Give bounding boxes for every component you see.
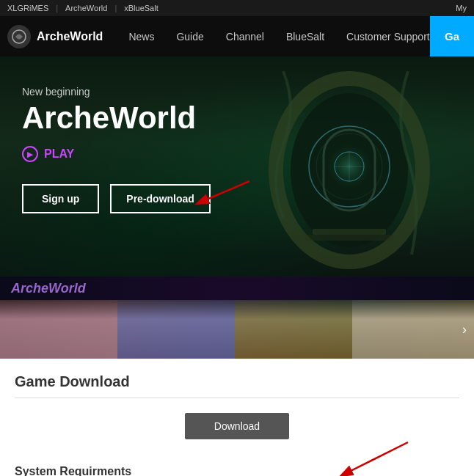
nav-link-channel[interactable]: Channel: [215, 16, 275, 56]
download-button[interactable]: Download: [185, 413, 289, 439]
play-circle-icon: ▶: [22, 146, 38, 162]
logo-icon: [7, 25, 31, 48]
banner-strip: ArcheWorld: [0, 277, 474, 300]
svg-rect-10: [313, 229, 386, 235]
hero-door-art: [269, 71, 430, 269]
character-image-3: [235, 300, 352, 359]
character-strip-inner: [0, 300, 474, 359]
download-arrow-annotation: [320, 435, 415, 476]
character-strip: ›: [0, 300, 474, 359]
topbar-sep2: |: [114, 4, 117, 12]
play-label: PLAY: [44, 147, 74, 161]
predownload-button[interactable]: Pre-download: [110, 184, 211, 213]
svg-line-15: [342, 442, 408, 475]
top-bar: XLGRiMES | ArcheWorld | xBlueSalt My: [0, 0, 474, 16]
nav-link-bluesalt[interactable]: BlueSalt: [275, 16, 335, 56]
character-image-1: [0, 300, 117, 359]
logo-text: ArcheWorld: [37, 30, 103, 43]
character-image-4: [352, 300, 474, 359]
nav-link-news[interactable]: News: [117, 16, 165, 56]
hero-subtitle: New beginning: [22, 86, 211, 98]
hero-title: ArcheWorld: [22, 101, 211, 135]
nav-game-button[interactable]: Ga: [430, 16, 474, 56]
topbar-sep1: |: [56, 4, 58, 12]
hero-play-button[interactable]: ▶ PLAY: [22, 146, 211, 162]
character-image-2: [117, 300, 235, 359]
signup-button[interactable]: Sign up: [22, 184, 99, 213]
nav-links: News Guide Channel BlueSalt Customer Sup…: [117, 16, 467, 56]
game-download-title: Game Download: [15, 373, 459, 398]
top-bar-links: XLGRiMES | ArcheWorld | xBlueSalt: [7, 4, 158, 12]
topbar-xbluesalt[interactable]: xBlueSalt: [124, 4, 158, 12]
carousel-dots[interactable]: ›: [462, 322, 467, 337]
banner-logo: ArcheWorld: [11, 281, 86, 296]
topbar-archeworld[interactable]: ArcheWorld: [65, 4, 107, 12]
main-nav: ArcheWorld News Guide Channel BlueSalt C…: [0, 16, 474, 56]
nav-logo[interactable]: ArcheWorld: [7, 25, 103, 48]
download-center: Download: [15, 413, 459, 439]
hero-content: New beginning ArcheWorld ▶ PLAY Sign up …: [22, 86, 211, 213]
topbar-xlgrimes[interactable]: XLGRiMES: [7, 4, 48, 12]
hero-section: New beginning ArcheWorld ▶ PLAY Sign up …: [0, 56, 474, 277]
game-download-section: Game Download Download: [0, 359, 474, 461]
svg-rect-11: [305, 235, 393, 241]
nav-link-customer-support[interactable]: Customer Support: [335, 16, 441, 56]
topbar-my[interactable]: My: [456, 4, 467, 12]
hero-buttons: Sign up Pre-download: [22, 184, 211, 213]
nav-link-guide[interactable]: Guide: [165, 16, 214, 56]
